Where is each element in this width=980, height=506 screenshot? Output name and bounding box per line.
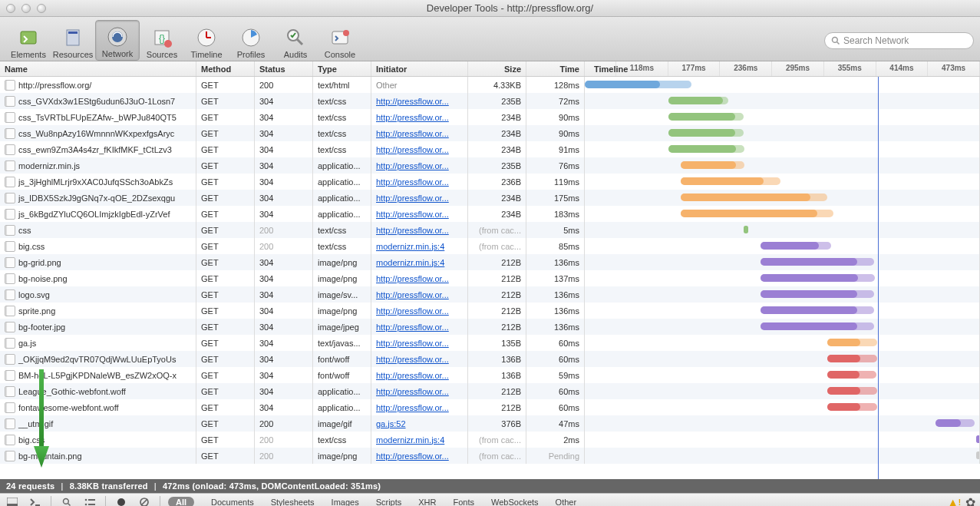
- filter-stylesheets[interactable]: Stylesheets: [271, 498, 315, 506]
- tab-audits[interactable]: Audits: [273, 20, 318, 61]
- svg-point-27: [117, 498, 125, 506]
- filter-scripts[interactable]: Scripts: [376, 498, 402, 506]
- col-type[interactable]: Type: [313, 61, 371, 76]
- status-summary: 24 requests | 8.38KB transferred | 472ms…: [0, 479, 980, 493]
- console-icon[interactable]: [28, 496, 43, 506]
- table-row[interactable]: js_3jHghlMLrjr9xXAC0JufqSSch3oAbkZsGET30…: [0, 174, 980, 190]
- col-method[interactable]: Method: [196, 61, 255, 76]
- search2-icon[interactable]: [59, 496, 74, 506]
- minimize-dot[interactable]: [21, 4, 31, 13]
- table-row[interactable]: css_TsVRTbLFUpEZAfw-_bWPJu840QT5GET304te…: [0, 109, 980, 125]
- table-row[interactable]: css_Wu8npAzy16WmnnnWKxpexfgsArycGET304te…: [0, 125, 980, 141]
- svg-rect-0: [21, 31, 36, 44]
- svg-rect-24: [88, 499, 95, 501]
- table-row[interactable]: css_GVXdx3w1EStg6udun6J3uO-1Losn7GET304t…: [0, 93, 980, 109]
- table-row[interactable]: _OKjjqM9ed2qvTR07QdjWwLUuEpTyoUsGET304fo…: [0, 351, 980, 367]
- filter-images[interactable]: Images: [332, 498, 359, 506]
- svg-point-7: [164, 40, 172, 48]
- table-header: Name Method Status Type Initiator Size T…: [0, 61, 980, 77]
- tab-network[interactable]: Network: [95, 20, 140, 61]
- table-row[interactable]: http://pressflow.org/GET200text/htmlOthe…: [0, 77, 980, 93]
- table-row[interactable]: League_Gothic-webfont.woffGET304applicat…: [0, 383, 980, 399]
- file-icon: [5, 96, 15, 107]
- table-row[interactable]: bg-mountain.pngGET200image/pnghttp://pre…: [0, 448, 980, 464]
- file-icon: [5, 354, 15, 365]
- request-rows: http://pressflow.org/GET200text/htmlOthe…: [0, 77, 980, 479]
- table-row[interactable]: big.cssGET200text/cssmodernizr.min.js:4(…: [0, 238, 980, 254]
- file-icon: [5, 338, 15, 349]
- table-row[interactable]: modernizr.min.jsGET304applicatio...http:…: [0, 157, 980, 174]
- table-row[interactable]: ga.jsGET304text/javas...http://pressflow…: [0, 335, 980, 351]
- table-row[interactable]: sprite.pngGET304image/pnghttp://pressflo…: [0, 303, 980, 319]
- filter-all[interactable]: All: [168, 497, 194, 506]
- close-dot[interactable]: [6, 4, 15, 13]
- table-row[interactable]: js_6kBgdZYluCQ6OLImjzkIgbEdl-yZrVefGET30…: [0, 206, 980, 222]
- file-icon: [5, 241, 15, 252]
- settings-gear-icon[interactable]: ✿: [965, 495, 975, 507]
- tab-console[interactable]: Console: [318, 20, 362, 61]
- table-row[interactable]: css_ewn9Zm3A4s4zr_fKIkfMKF_tCtLzv3GET304…: [0, 141, 980, 157]
- svg-point-23: [85, 499, 87, 501]
- tab-timeline[interactable]: Timeline: [184, 20, 229, 61]
- col-timeline[interactable]: Timeline 118ms177ms236ms295ms355ms414ms4…: [585, 61, 980, 76]
- sources-icon: {}: [150, 25, 174, 50]
- file-icon: [5, 418, 15, 429]
- table-row[interactable]: bg-noise.pngGET304image/pnghttp://pressf…: [0, 270, 980, 286]
- file-icon: [5, 177, 15, 187]
- svg-point-15: [343, 30, 349, 36]
- svg-rect-26: [88, 504, 95, 505]
- file-icon: [5, 306, 15, 316]
- file-icon: [5, 128, 15, 139]
- clear-icon[interactable]: [137, 496, 152, 506]
- file-icon: [5, 257, 15, 268]
- profiles-icon: [239, 25, 263, 50]
- col-status[interactable]: Status: [255, 61, 313, 76]
- filter-xhr[interactable]: XHR: [418, 498, 436, 506]
- col-size[interactable]: Size: [468, 61, 526, 76]
- filter-documents[interactable]: Documents: [211, 498, 254, 506]
- tab-resources[interactable]: Resources: [51, 20, 95, 61]
- table-row[interactable]: big.cssGET200text/cssmodernizr.min.js:4(…: [0, 432, 980, 448]
- main-toolbar: ElementsResourcesNetwork{}SourcesTimelin…: [0, 17, 980, 61]
- svg-point-16: [833, 37, 838, 42]
- search-network-input[interactable]: Search Network: [824, 32, 974, 49]
- col-time[interactable]: Time: [526, 61, 585, 76]
- svg-point-25: [85, 504, 87, 506]
- record-icon[interactable]: [114, 496, 129, 506]
- file-icon: [5, 451, 15, 461]
- tab-elements[interactable]: Elements: [6, 20, 51, 61]
- table-row[interactable]: js_IDBX5SzkJ9gGNq7x-qOE_2DZsexqguGET304a…: [0, 190, 980, 206]
- table-row[interactable]: BM-hqL-L5PgjKPDNaleWB_esZW2xOQ-xGET304fo…: [0, 367, 980, 383]
- svg-line-13: [297, 39, 302, 45]
- traffic-lights[interactable]: [6, 4, 46, 13]
- warning-icon[interactable]: ▲: [948, 496, 959, 506]
- tab-profiles[interactable]: Profiles: [229, 20, 273, 61]
- file-icon: [5, 225, 15, 236]
- table-row[interactable]: cssGET200text/csshttp://pressflow.or...(…: [0, 222, 980, 238]
- file-icon: [5, 273, 15, 284]
- table-row[interactable]: fontawesome-webfont.woffGET304applicatio…: [0, 399, 980, 415]
- file-icon: [5, 160, 15, 171]
- filter-other[interactable]: Other: [556, 498, 577, 506]
- file-icon: [5, 193, 15, 203]
- svg-rect-2: [68, 31, 78, 34]
- col-initiator[interactable]: Initiator: [371, 61, 468, 76]
- dock-icon[interactable]: [5, 496, 20, 506]
- col-name[interactable]: Name: [0, 61, 196, 76]
- svg-point-4: [112, 31, 123, 42]
- file-icon: [5, 402, 15, 413]
- filter-websockets[interactable]: WebSockets: [491, 498, 539, 506]
- resources-icon: [61, 25, 85, 50]
- table-row[interactable]: bg-footer.jpgGET304image/jpeghttp://pres…: [0, 319, 980, 335]
- file-icon: [5, 370, 15, 381]
- list-icon[interactable]: [82, 496, 97, 506]
- search-icon: [831, 36, 840, 45]
- table-row[interactable]: bg-grid.pngGET304image/pngmodernizr.min.…: [0, 254, 980, 270]
- zoom-dot[interactable]: [37, 4, 46, 13]
- tab-sources[interactable]: {}Sources: [140, 20, 184, 61]
- timeline-icon: [194, 25, 219, 50]
- table-row[interactable]: logo.svgGET304image/sv...http://pressflo…: [0, 286, 980, 303]
- svg-line-17: [837, 41, 840, 44]
- filter-fonts[interactable]: Fonts: [454, 498, 475, 506]
- table-row[interactable]: __utm.gifGET200image/gifga.js:52376B47ms: [0, 415, 980, 432]
